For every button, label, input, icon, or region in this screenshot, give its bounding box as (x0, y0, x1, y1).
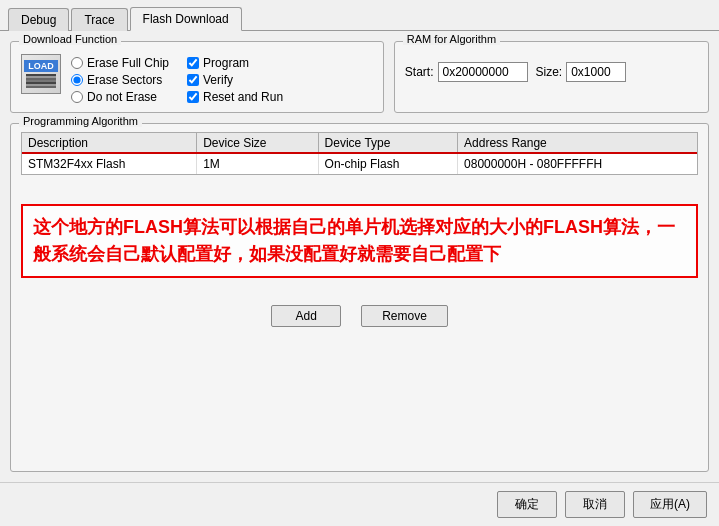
top-row: Download Function LOAD Erase Full Chip (10, 41, 709, 113)
ram-size-label: Size: (536, 65, 563, 79)
add-button[interactable]: Add (271, 305, 341, 327)
checkbox-program[interactable]: Program (187, 56, 283, 70)
cell-device-type: On-chip Flash (318, 154, 457, 175)
apply-button[interactable]: 应用(A) (633, 491, 707, 518)
radio-do-not-erase[interactable]: Do not Erase (71, 90, 169, 104)
checkbox-verify[interactable]: Verify (187, 73, 283, 87)
ram-start-label: Start: (405, 65, 434, 79)
df-inner: LOAD Erase Full Chip Erase Sectors (21, 54, 373, 104)
cell-address-range: 08000000H - 080FFFFFH (458, 154, 697, 175)
table-row[interactable]: STM32F4xx Flash 1M On-chip Flash 0800000… (22, 154, 697, 175)
algo-buttons: Add Remove (21, 305, 698, 327)
col-device-size: Device Size (197, 133, 318, 154)
ram-size-field: Size: (536, 62, 627, 82)
tab-bar: Debug Trace Flash Download (0, 0, 719, 31)
cell-device-size: 1M (197, 154, 318, 175)
load-label: LOAD (24, 60, 58, 73)
ram-start-input[interactable] (438, 62, 528, 82)
dialog: Debug Trace Flash Download Download Func… (0, 0, 719, 526)
download-function-label: Download Function (19, 33, 121, 45)
tab-trace[interactable]: Trace (71, 8, 127, 31)
ram-inner: Start: Size: (405, 62, 698, 82)
radio-erase-sectors[interactable]: Erase Sectors (71, 73, 169, 87)
confirm-button[interactable]: 确定 (497, 491, 557, 518)
checkbox-reset-run[interactable]: Reset and Run (187, 90, 283, 104)
cancel-button[interactable]: 取消 (565, 491, 625, 518)
erase-radio-group: Erase Full Chip Erase Sectors Do not Era… (71, 56, 169, 104)
programming-algorithm-group: Programming Algorithm Description Device… (10, 123, 709, 472)
remove-button[interactable]: Remove (361, 305, 448, 327)
algo-table-wrapper: Description Device Size Device Type Addr… (21, 132, 698, 175)
annotation-text: 这个地方的FLASH算法可以根据自己的单片机选择对应的大小的FLASH算法，一般… (33, 214, 686, 268)
ram-algorithm-label: RAM for Algorithm (403, 33, 500, 45)
main-content: Download Function LOAD Erase Full Chip (0, 31, 719, 482)
bottom-bar: 确定 取消 应用(A) (0, 482, 719, 526)
tab-debug[interactable]: Debug (8, 8, 69, 31)
options-checkbox-group: Program Verify Reset and Run (187, 56, 283, 104)
ram-algorithm-group: RAM for Algorithm Start: Size: (394, 41, 709, 113)
table-header-row: Description Device Size Device Type Addr… (22, 133, 697, 154)
cell-description: STM32F4xx Flash (22, 154, 197, 175)
load-icon: LOAD (21, 54, 61, 94)
tab-flash-download[interactable]: Flash Download (130, 7, 242, 31)
ram-start-field: Start: (405, 62, 528, 82)
col-address-range: Address Range (458, 133, 697, 154)
load-graphic (26, 74, 56, 88)
prog-algorithm-label: Programming Algorithm (19, 115, 142, 127)
download-function-group: Download Function LOAD Erase Full Chip (10, 41, 384, 113)
radio-erase-full[interactable]: Erase Full Chip (71, 56, 169, 70)
ram-size-input[interactable] (566, 62, 626, 82)
col-device-type: Device Type (318, 133, 457, 154)
col-description: Description (22, 133, 197, 154)
algo-table: Description Device Size Device Type Addr… (22, 133, 697, 174)
annotation-overlay: 这个地方的FLASH算法可以根据自己的单片机选择对应的大小的FLASH算法，一般… (21, 204, 698, 278)
